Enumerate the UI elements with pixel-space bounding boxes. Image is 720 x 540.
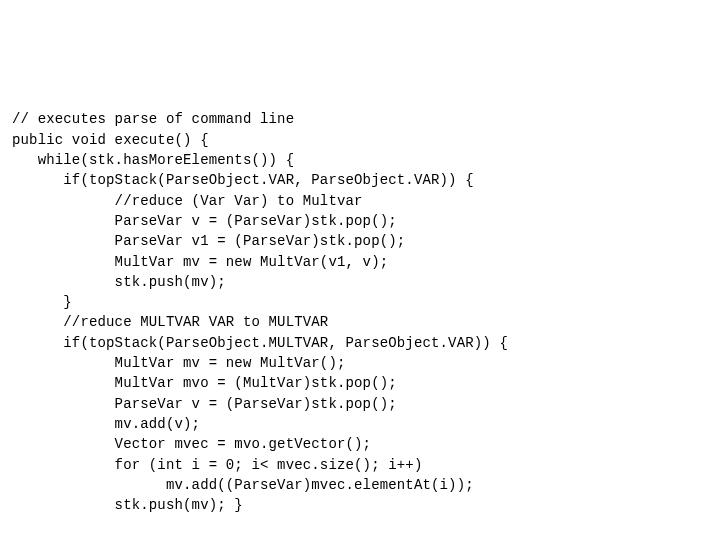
- code-line: ParseVar v1 = (ParseVar)stk.pop();: [12, 233, 405, 249]
- code-line: public void execute() {: [12, 132, 209, 148]
- code-snippet: // executes parse of command line public…: [12, 89, 708, 515]
- code-line: ParseVar v = (ParseVar)stk.pop();: [12, 213, 397, 229]
- code-line: //reduce MULTVAR VAR to MULTVAR: [12, 314, 328, 330]
- code-line: }: [12, 294, 72, 310]
- code-line: MultVar mv = new MultVar();: [12, 355, 346, 371]
- code-line: if(topStack(ParseObject.MULTVAR, ParseOb…: [12, 335, 508, 351]
- code-line: //reduce (Var Var) to Multvar: [12, 193, 363, 209]
- code-line: if(topStack(ParseObject.VAR, ParseObject…: [12, 172, 474, 188]
- code-line: // executes parse of command line: [12, 111, 294, 127]
- code-line: ParseVar v = (ParseVar)stk.pop();: [12, 396, 397, 412]
- code-line: mv.add(v);: [12, 416, 200, 432]
- code-line: mv.add((ParseVar)mvec.elementAt(i));: [12, 477, 474, 493]
- code-line: Vector mvec = mvo.getVector();: [12, 436, 371, 452]
- code-line: for (int i = 0; i< mvec.size(); i++): [12, 457, 422, 473]
- code-line: MultVar mvo = (MultVar)stk.pop();: [12, 375, 397, 391]
- code-line: while(stk.hasMoreElements()) {: [12, 152, 294, 168]
- code-line: MultVar mv = new MultVar(v1, v);: [12, 254, 388, 270]
- code-line: stk.push(mv); }: [12, 497, 243, 513]
- code-line: stk.push(mv);: [12, 274, 226, 290]
